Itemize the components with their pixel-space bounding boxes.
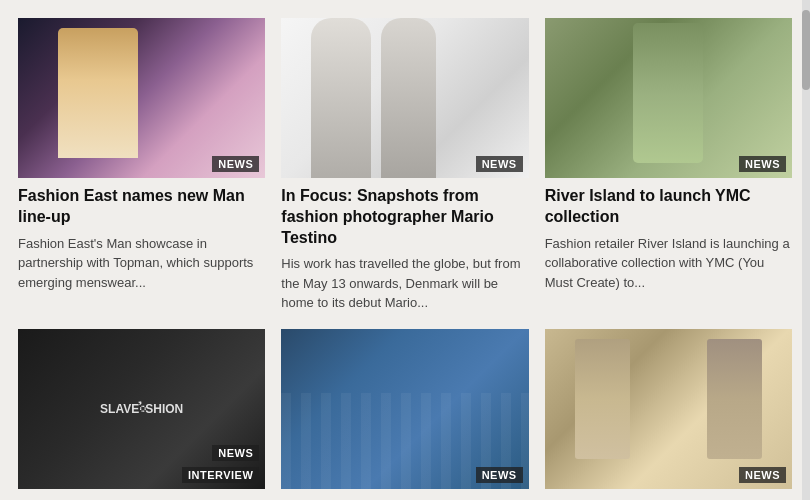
image-factory bbox=[281, 329, 528, 489]
image-river-island bbox=[545, 18, 792, 178]
excerpt-mario: His work has travelled the globe, but fr… bbox=[281, 254, 528, 313]
badge-interview-slave: INTERVIEW bbox=[182, 467, 259, 483]
excerpt-river-island: Fashion retailer River Island is launchi… bbox=[545, 234, 792, 293]
image-fashion-east bbox=[18, 18, 265, 178]
excerpt-fashion-east: Fashion East's Man showcase in partnersh… bbox=[18, 234, 265, 293]
badge-news-river-island: NEWS bbox=[739, 156, 786, 172]
card-image-factory[interactable]: NEWS bbox=[281, 329, 528, 489]
title-mario[interactable]: In Focus: Snapshots from fashion photogr… bbox=[281, 186, 528, 248]
scrollbar-thumb[interactable] bbox=[802, 10, 810, 90]
badge-news-mario: NEWS bbox=[476, 156, 523, 172]
image-vintage bbox=[545, 329, 792, 489]
card-image-vintage[interactable]: NEWS bbox=[545, 329, 792, 489]
card-river-island[interactable]: NEWS River Island to launch YMC collecti… bbox=[537, 10, 800, 321]
card-fashion-east[interactable]: NEWS Fashion East names new Man line-up … bbox=[10, 10, 273, 321]
title-river-island[interactable]: River Island to launch YMC collection bbox=[545, 186, 792, 228]
card-image-mario[interactable]: NEWS bbox=[281, 18, 528, 178]
card-image-slave[interactable]: NEWS INTERVIEW bbox=[18, 329, 265, 489]
image-mario bbox=[281, 18, 528, 178]
scrollbar[interactable] bbox=[802, 0, 810, 500]
badge-news-fashion-east: NEWS bbox=[212, 156, 259, 172]
image-slave bbox=[18, 329, 265, 489]
badge-news-vintage: NEWS bbox=[739, 467, 786, 483]
card-image-fashion-east[interactable]: NEWS bbox=[18, 18, 265, 178]
card-slave-fashion[interactable]: NEWS INTERVIEW bbox=[10, 321, 273, 497]
title-fashion-east[interactable]: Fashion East names new Man line-up bbox=[18, 186, 265, 228]
badge-news-factory: NEWS bbox=[476, 467, 523, 483]
news-grid: NEWS Fashion East names new Man line-up … bbox=[0, 0, 810, 500]
card-image-river-island[interactable]: NEWS bbox=[545, 18, 792, 178]
card-mario-testino[interactable]: NEWS In Focus: Snapshots from fashion ph… bbox=[273, 10, 536, 321]
badge-news-slave: NEWS bbox=[212, 445, 259, 461]
card-factory[interactable]: NEWS bbox=[273, 321, 536, 497]
card-vintage[interactable]: NEWS bbox=[537, 321, 800, 497]
